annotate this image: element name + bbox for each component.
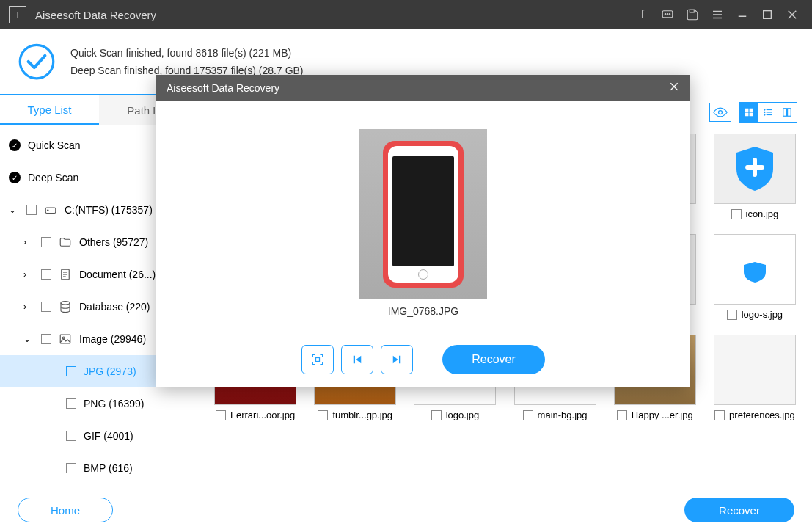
preview-modal: Aiseesoft Data Recovery IMG_0768.JPG Rec… <box>156 75 690 387</box>
svg-rect-39 <box>316 358 320 362</box>
prev-icon[interactable] <box>341 345 373 374</box>
svg-rect-41 <box>399 356 400 364</box>
modal-recover-button[interactable]: Recover <box>442 345 545 374</box>
preview-filename: IMG_0768.JPG <box>388 305 459 317</box>
fullscreen-icon[interactable] <box>301 345 334 374</box>
next-icon[interactable] <box>381 345 413 374</box>
modal-backdrop: Aiseesoft Data Recovery IMG_0768.JPG Rec… <box>0 0 812 532</box>
modal-close-icon[interactable] <box>668 81 680 96</box>
preview-image <box>359 129 487 299</box>
modal-titlebar: Aiseesoft Data Recovery <box>156 75 690 101</box>
svg-rect-40 <box>354 356 355 364</box>
modal-title-text: Aiseesoft Data Recovery <box>167 82 279 94</box>
